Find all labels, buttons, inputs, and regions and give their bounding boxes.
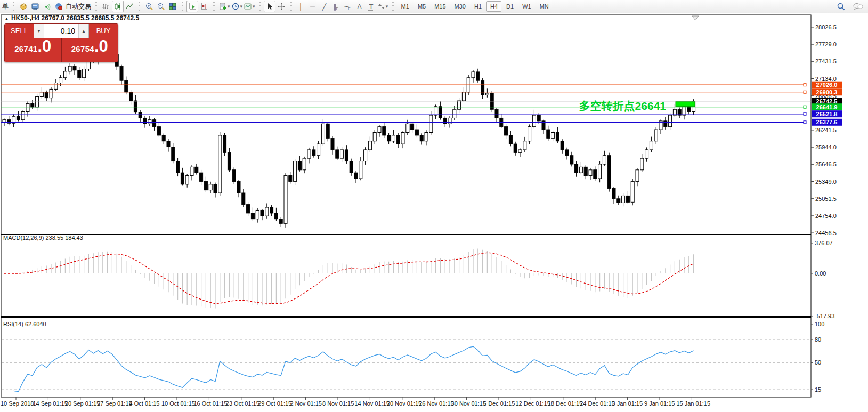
tile-windows-icon [168, 2, 177, 11]
volume-increase-button[interactable]: ▲ [78, 24, 88, 38]
toolbar-grip [213, 2, 215, 11]
x-axis-label: 10 Oct 01:15 [161, 400, 195, 407]
auto-scroll-button[interactable] [186, 1, 198, 12]
candle-body [45, 92, 48, 98]
trendline-tool[interactable]: ╱ [319, 1, 330, 12]
chat-button[interactable] [852, 1, 864, 12]
level-end-marker [804, 121, 806, 124]
timeframe-w1[interactable]: W1 [518, 1, 535, 12]
sell-price[interactable]: 26741.0 [5, 38, 62, 62]
candle-body [631, 181, 634, 202]
x-axis-label: 29 Oct 01:15 [258, 400, 291, 407]
x-axis-label: 8 Nov 01:15 [322, 400, 354, 407]
candlestick-chart-button[interactable] [112, 1, 124, 12]
chart-canvas[interactable]: 多空转折点2664128026.527729.027431.527134.026… [0, 13, 868, 412]
equidistant-channel-tool[interactable]: ∥E [330, 1, 342, 12]
toolbar-right-icons [835, 1, 868, 12]
candle-body [518, 150, 522, 152]
chart-shift-button[interactable] [198, 1, 210, 12]
search-button[interactable] [835, 1, 847, 12]
period-clock-button[interactable]: ▾ [231, 1, 244, 12]
market-watch-button[interactable] [18, 1, 29, 12]
candle-body [443, 118, 447, 124]
indicators-button[interactable]: ▾ [243, 1, 256, 12]
indicators-icon [244, 2, 252, 11]
arrows-tool[interactable]: ▾ [377, 1, 389, 12]
buy-price-main: 26754 [71, 44, 94, 53]
new-order-partial-label[interactable]: 单 [1, 2, 10, 11]
dropdown-caret-icon: ▾ [240, 4, 243, 9]
sell-price-main: 26741 [14, 44, 37, 53]
candle-body [321, 124, 325, 144]
x-axis-label: 26 Nov 01:15 [419, 400, 453, 407]
autotrade-label[interactable]: 自动交易 [64, 2, 92, 11]
candle-body [420, 135, 423, 141]
buy-price[interactable]: 26754.0 [62, 38, 118, 62]
terminal-button[interactable] [29, 1, 41, 12]
signals-button[interactable] [41, 1, 53, 12]
chart-window: 多空转折点2664128026.527729.027431.527134.026… [0, 13, 868, 412]
dropdown-caret-icon: ▾ [253, 4, 255, 9]
timeframe-m15[interactable]: M15 [431, 1, 449, 12]
text-label-tool[interactable]: T [366, 1, 377, 12]
candle-body [345, 150, 348, 161]
cursor-button[interactable] [264, 1, 275, 12]
candle-body [134, 101, 137, 112]
signal-icon [43, 2, 51, 11]
dropdown-caret-icon: ▾ [228, 4, 230, 9]
autotrade-button[interactable] [53, 1, 64, 12]
pivot-annotation-text: 多空转折点26641 [579, 100, 667, 112]
sell-button[interactable]: SELL [5, 24, 34, 38]
candle-body [472, 72, 475, 78]
x-axis-label: 4 Oct 01:15 [129, 400, 160, 407]
price-axis-label: 26241.5 [815, 127, 837, 133]
buy-button[interactable]: BUY [89, 24, 118, 38]
vertical-line-tool[interactable]: │ [295, 1, 307, 12]
crosshair-button[interactable] [275, 1, 287, 12]
candle-body [326, 124, 329, 138]
candle-body [636, 170, 639, 182]
x-axis-label: 9 Jan 01:15 [644, 400, 675, 407]
line-chart-button[interactable] [124, 1, 135, 12]
candle-body [274, 213, 278, 219]
volume-decrease-button[interactable]: ▼ [34, 24, 44, 38]
candle-body [476, 72, 480, 80]
timeframe-mn[interactable]: MN [536, 1, 553, 12]
candle-body [167, 141, 170, 147]
volume-input[interactable]: 0.10 [44, 24, 78, 38]
timeframe-h1[interactable]: H1 [470, 1, 485, 12]
timeframe-m30[interactable]: M30 [451, 1, 469, 12]
symbol-collapse-icon[interactable]: ▲ [4, 16, 9, 21]
zoom-out-button[interactable] [155, 1, 167, 12]
toolbar-group-terminal: 自动交易 [17, 0, 94, 13]
horizontal-line-tool[interactable]: ─ [307, 1, 319, 12]
timeframe-d1[interactable]: D1 [502, 1, 517, 12]
zoom-in-button[interactable] [143, 1, 155, 12]
new-order-button[interactable]: ▾ [218, 1, 231, 12]
candle-body [143, 118, 147, 124]
candle-body [415, 130, 418, 135]
toolbar-grip [182, 2, 183, 11]
timeframe-m1[interactable]: M1 [398, 1, 413, 12]
candle-body [303, 158, 306, 170]
candle-body [153, 120, 156, 127]
chart-shift-icon [200, 2, 208, 11]
candle-body [425, 132, 428, 141]
candle-body [523, 141, 526, 150]
price-axis-label: 25051.5 [815, 196, 837, 202]
volume-stepper: ▼ 0.10 ▲ [34, 24, 89, 38]
candle-body [256, 210, 259, 219]
timeframe-m5[interactable]: M5 [414, 1, 429, 12]
timeframe-h4[interactable]: H4 [486, 1, 501, 12]
candle-body [589, 170, 592, 176]
text-tool[interactable]: A [354, 1, 366, 12]
fibonacci-tool[interactable]: ┄F [342, 1, 354, 12]
candle-body [237, 181, 240, 193]
toolbar-group-scroll [185, 0, 212, 13]
toolbar-grip [139, 2, 140, 11]
tile-windows-button[interactable] [167, 1, 179, 12]
candle-body [509, 135, 512, 144]
candle-body [532, 115, 536, 127]
bar-chart-button[interactable] [100, 1, 112, 12]
candle-body [570, 156, 573, 164]
